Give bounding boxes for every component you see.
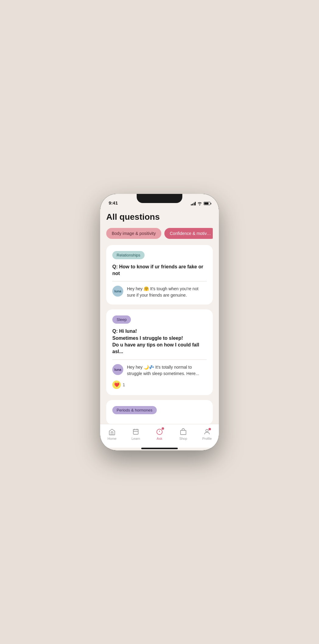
nav-label-shop: Shop <box>179 437 187 440</box>
reaction-row-1: ❤️ 1 <box>112 381 207 389</box>
page-title: All questions <box>106 212 213 222</box>
battery-icon <box>204 202 210 205</box>
nav-item-shop[interactable]: Shop <box>171 427 195 442</box>
nav-label-profile: Profile <box>202 437 212 440</box>
nav-item-profile[interactable]: Profile <box>195 427 219 442</box>
home-indicator <box>141 448 178 449</box>
profile-notification-dot <box>209 428 211 430</box>
nav-label-home: Home <box>107 437 116 440</box>
luna-avatar-0: luna <box>112 286 123 297</box>
nav-item-ask[interactable]: Ask <box>148 427 171 442</box>
tag-relationships: Relationships <box>112 251 145 259</box>
category-chip-confidence[interactable]: Confidence & motiv… <box>164 228 213 239</box>
nav-item-learn[interactable]: Learn <box>124 427 148 442</box>
question-text-1: Q: Hi luna! Sometimes I struggle to slee… <box>112 328 207 355</box>
question-card-periods[interactable]: Periods & hormones <box>106 400 213 424</box>
ask-icon <box>156 428 163 436</box>
learn-icon <box>132 428 140 436</box>
phone-frame: 9:41 All questions <box>100 194 219 450</box>
svg-rect-1 <box>181 430 186 435</box>
scroll-content[interactable]: All questions Body image & positivity Co… <box>100 207 219 424</box>
shop-icon <box>179 428 187 436</box>
status-time: 9:41 <box>109 200 118 205</box>
reaction-count-1: 1 <box>123 382 125 387</box>
notch <box>137 194 182 203</box>
nav-label-learn: Learn <box>131 437 140 440</box>
reaction-badge-1[interactable]: ❤️ <box>112 381 121 389</box>
answer-text-0: Hey hey 🤗 It's tough when you're not sur… <box>127 286 207 298</box>
bottom-nav: Home Learn <box>100 424 219 448</box>
question-card-relationships[interactable]: Relationships Q: How to know if ur frien… <box>106 245 213 305</box>
category-filters: Body image & positivity Confidence & mot… <box>106 228 213 239</box>
question-card-sleep[interactable]: Sleep Q: Hi luna! Sometimes I struggle t… <box>106 309 213 395</box>
status-icons <box>191 202 211 205</box>
divider-0 <box>112 281 207 281</box>
phone-screen: 9:41 All questions <box>100 194 219 450</box>
tag-periods: Periods & hormones <box>112 406 157 414</box>
luna-avatar-1: luna <box>112 364 123 375</box>
nav-label-ask: Ask <box>157 437 162 440</box>
svg-point-2 <box>206 429 208 432</box>
question-text-0: Q: How to know if ur friends are fake or… <box>112 263 207 277</box>
tag-sleep: Sleep <box>112 315 131 324</box>
wifi-icon <box>197 202 202 205</box>
signal-icon <box>191 202 196 205</box>
answer-text-1: Hey hey 🌙💤 It's totally normal to strugg… <box>127 364 207 377</box>
category-chip-body-image[interactable]: Body image & positivity <box>106 228 161 239</box>
nav-item-home[interactable]: Home <box>100 427 124 442</box>
divider-1 <box>112 360 207 360</box>
answer-row-0: luna Hey hey 🤗 It's tough when you're no… <box>112 286 207 298</box>
answer-row-1: luna Hey hey 🌙💤 It's totally normal to s… <box>112 364 207 377</box>
home-icon <box>108 428 116 436</box>
ask-notification-dot <box>162 427 164 430</box>
profile-icon <box>203 428 211 436</box>
